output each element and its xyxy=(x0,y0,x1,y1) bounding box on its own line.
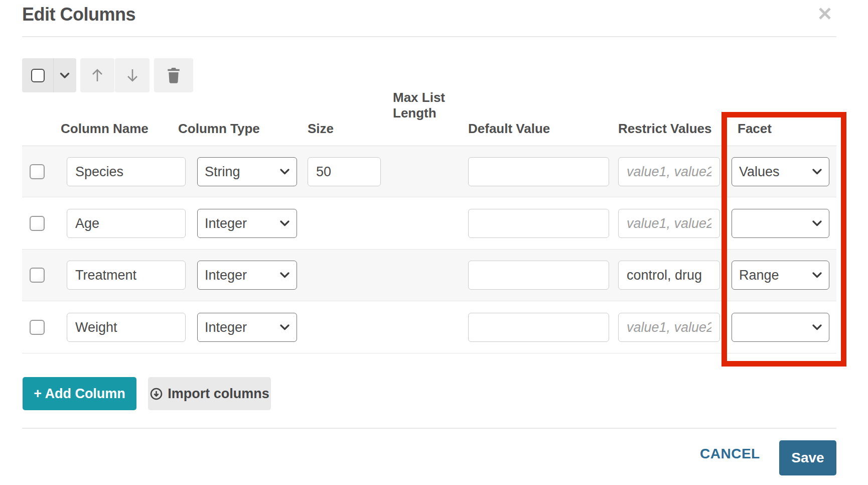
import-circle-arrow-icon xyxy=(150,387,163,401)
facet-value: Values xyxy=(739,164,812,180)
header-restrict-values: Restrict Values xyxy=(618,121,711,137)
delete-rows-button[interactable] xyxy=(154,58,193,92)
table-row-species: String Values xyxy=(22,146,836,197)
default-value-input[interactable] xyxy=(468,313,609,342)
facet-select[interactable]: Range xyxy=(732,261,829,290)
header-default-value: Default Value xyxy=(468,121,550,137)
select-all-checkbox[interactable] xyxy=(22,58,54,92)
column-type-value: Integer xyxy=(205,320,280,335)
row-checkbox[interactable] xyxy=(30,268,45,283)
table-row-treatment: Integer Range xyxy=(22,250,836,301)
header-divider xyxy=(22,36,836,37)
header-size: Size xyxy=(308,121,334,137)
move-down-button[interactable] xyxy=(115,58,150,92)
chevron-down-icon xyxy=(280,169,290,175)
row-checkbox[interactable] xyxy=(30,320,45,335)
facet-value: Range xyxy=(739,268,812,283)
selection-button-group xyxy=(22,58,76,92)
row-checkbox[interactable] xyxy=(30,164,45,179)
column-name-input[interactable] xyxy=(67,313,186,342)
chevron-down-icon xyxy=(812,272,822,278)
chevron-down-icon xyxy=(812,220,822,226)
restrict-values-input[interactable] xyxy=(618,157,720,186)
arrow-up-icon xyxy=(91,68,104,83)
add-column-button[interactable]: + Add Column xyxy=(23,377,136,410)
header-max-list-length: Max List Length xyxy=(393,90,452,121)
chevron-down-icon xyxy=(280,324,290,330)
chevron-down-icon xyxy=(280,220,290,226)
table-row-weight: Integer xyxy=(22,302,836,353)
default-value-input[interactable] xyxy=(468,157,609,186)
default-value-input[interactable] xyxy=(468,209,609,238)
restrict-values-input[interactable] xyxy=(618,313,720,342)
edit-columns-dialog: Edit Columns Colum xyxy=(0,0,868,485)
column-type-select[interactable]: String xyxy=(197,157,297,186)
header-column-type: Column Type xyxy=(178,121,260,137)
facet-select[interactable] xyxy=(732,209,829,238)
arrow-down-icon xyxy=(126,68,139,83)
column-type-select[interactable]: Integer xyxy=(197,209,297,238)
row-checkbox[interactable] xyxy=(30,216,45,231)
column-name-input[interactable] xyxy=(67,261,186,290)
import-columns-label: Import columns xyxy=(168,386,269,402)
footer-divider xyxy=(22,428,836,429)
column-name-input[interactable] xyxy=(67,209,186,238)
chevron-down-icon xyxy=(812,324,822,330)
chevron-down-icon xyxy=(60,72,70,79)
chevron-down-icon xyxy=(280,272,290,278)
column-type-value: String xyxy=(205,164,280,180)
restrict-values-input[interactable] xyxy=(618,261,720,290)
move-up-button[interactable] xyxy=(80,58,114,92)
column-type-select[interactable]: Integer xyxy=(197,313,297,342)
close-icon[interactable] xyxy=(815,4,835,24)
save-button[interactable]: Save xyxy=(779,440,836,475)
selection-menu-button[interactable] xyxy=(54,58,76,92)
checkbox-icon xyxy=(31,69,45,82)
table-row-age: Integer xyxy=(22,198,836,250)
facet-select[interactable]: Values xyxy=(732,157,829,186)
header-facet: Facet xyxy=(738,121,772,137)
column-type-select[interactable]: Integer xyxy=(197,261,297,290)
trash-icon xyxy=(166,67,182,84)
import-columns-button[interactable]: Import columns xyxy=(148,377,271,410)
default-value-input[interactable] xyxy=(468,261,609,290)
column-name-input[interactable] xyxy=(67,157,186,186)
header-column-name: Column Name xyxy=(61,121,149,137)
column-type-value: Integer xyxy=(205,216,280,231)
dialog-title: Edit Columns xyxy=(22,4,135,25)
restrict-values-input[interactable] xyxy=(618,209,720,238)
facet-select[interactable] xyxy=(732,313,829,342)
size-input[interactable] xyxy=(308,157,381,186)
cancel-button[interactable]: CANCEL xyxy=(700,446,760,462)
chevron-down-icon xyxy=(812,169,822,175)
column-type-value: Integer xyxy=(205,268,280,283)
close-icon xyxy=(816,5,833,22)
